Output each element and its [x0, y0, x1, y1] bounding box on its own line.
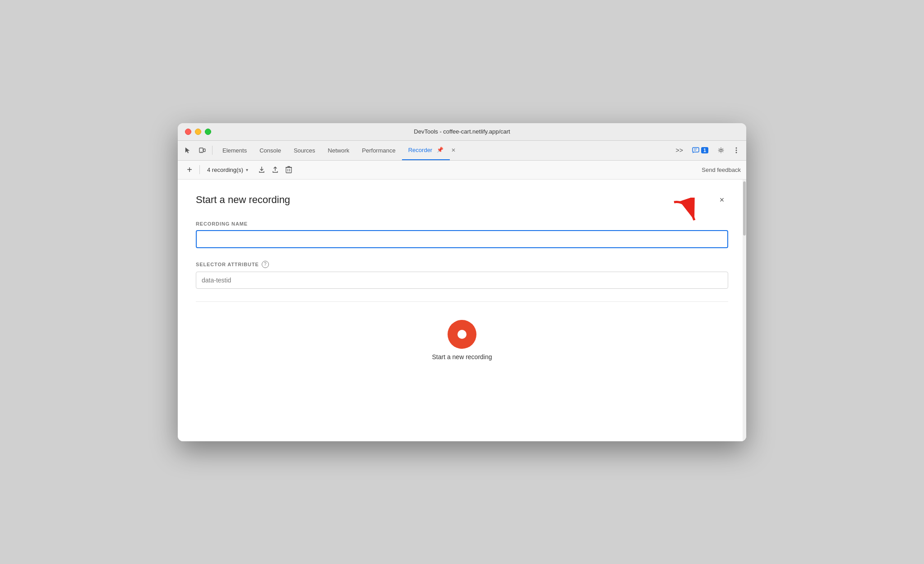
svg-rect-1 — [203, 149, 205, 152]
add-recording-button[interactable]: + — [183, 163, 196, 176]
selector-attribute-label: SELECTOR ATTRIBUTE — [196, 262, 259, 267]
title-bar: DevTools - coffee-cart.netlify.app/cart — [178, 123, 746, 141]
maximize-button[interactable] — [205, 129, 211, 135]
send-feedback-link[interactable]: Send feedback — [702, 166, 741, 173]
tab-console[interactable]: Console — [253, 140, 287, 160]
recording-name-label: RECORDING NAME — [196, 221, 728, 227]
svg-point-10 — [736, 152, 737, 153]
settings-icon — [717, 147, 725, 154]
svg-point-2 — [201, 152, 201, 152]
notifications-button[interactable]: 1 — [688, 145, 712, 155]
device-toolbar-button[interactable] — [196, 144, 208, 157]
toolbar-divider — [212, 146, 213, 155]
panel-title: Start a new recording — [196, 194, 290, 206]
svg-rect-3 — [693, 148, 699, 152]
svg-point-7 — [720, 149, 722, 152]
more-options-icon — [735, 147, 737, 154]
chevron-down-icon: ▾ — [246, 167, 248, 172]
svg-line-4 — [693, 152, 694, 153]
delete-icon — [286, 166, 292, 173]
recordings-dropdown[interactable]: 4 recording(s) ▾ — [203, 165, 252, 175]
recorder-pin-icon: 📌 — [437, 147, 444, 153]
selector-attribute-section: SELECTOR ATTRIBUTE ? — [196, 261, 728, 289]
section-divider — [196, 301, 728, 302]
chat-icon — [692, 147, 699, 153]
recorder-action-buttons — [255, 163, 295, 176]
svg-point-8 — [736, 148, 737, 149]
main-content: Start a new recording × RECORDING NAME S… — [178, 180, 746, 441]
export-button[interactable] — [255, 163, 268, 176]
device-icon — [199, 147, 206, 154]
recording-name-section: RECORDING NAME — [196, 221, 728, 248]
tab-sources[interactable]: Sources — [287, 140, 322, 160]
traffic-lights — [185, 129, 211, 135]
nav-tabs: Elements Console Sources Network Perform… — [216, 140, 670, 160]
add-icon: + — [187, 165, 192, 175]
record-label: Start a new recording — [432, 353, 492, 361]
import-button[interactable] — [269, 163, 282, 176]
scrollbar[interactable] — [743, 180, 746, 441]
tab-performance[interactable]: Performance — [356, 140, 402, 160]
recorder-toolbar: + 4 recording(s) ▾ — [178, 161, 746, 180]
tab-elements[interactable]: Elements — [216, 140, 253, 160]
notifications-badge: 1 — [701, 147, 708, 153]
devtools-window: DevTools - coffee-cart.netlify.app/cart … — [178, 123, 746, 441]
svg-point-9 — [736, 150, 737, 151]
start-recording-button[interactable] — [448, 320, 476, 349]
tab-recorder-close[interactable]: ✕ — [450, 147, 457, 154]
scrollbar-thumb[interactable] — [743, 181, 746, 236]
tab-network[interactable]: Network — [322, 140, 356, 160]
window-title: DevTools - coffee-cart.netlify.app/cart — [414, 128, 510, 135]
tab-recorder-label: Recorder — [408, 147, 432, 153]
selector-attribute-input[interactable] — [196, 272, 728, 289]
toolbar-separator — [199, 165, 200, 174]
cursor-icon — [184, 147, 191, 154]
more-options-button[interactable] — [730, 144, 743, 157]
export-icon — [258, 166, 265, 173]
delete-button[interactable] — [282, 163, 295, 176]
more-tabs-button[interactable]: >> — [672, 140, 687, 160]
panel-header: Start a new recording × — [196, 194, 728, 207]
record-inner-dot — [457, 330, 467, 339]
recording-name-input[interactable] — [196, 230, 728, 248]
minimize-button[interactable] — [195, 129, 201, 135]
tab-recorder[interactable]: Recorder 📌 — [402, 140, 450, 160]
devtools-toolbar: Elements Console Sources Network Perform… — [178, 141, 746, 161]
settings-button[interactable] — [715, 144, 727, 157]
record-section: Start a new recording — [196, 313, 728, 368]
svg-rect-11 — [286, 167, 291, 173]
cursor-tool-button[interactable] — [181, 144, 194, 157]
import-icon — [272, 166, 279, 173]
selector-label-row: SELECTOR ATTRIBUTE ? — [196, 261, 728, 268]
help-icon[interactable]: ? — [262, 261, 269, 268]
recordings-count-label: 4 recording(s) — [207, 166, 243, 173]
toolbar-right: 1 — [688, 144, 743, 157]
close-panel-button[interactable]: × — [716, 194, 728, 207]
close-button[interactable] — [185, 129, 191, 135]
more-tabs-icon: >> — [676, 147, 683, 154]
